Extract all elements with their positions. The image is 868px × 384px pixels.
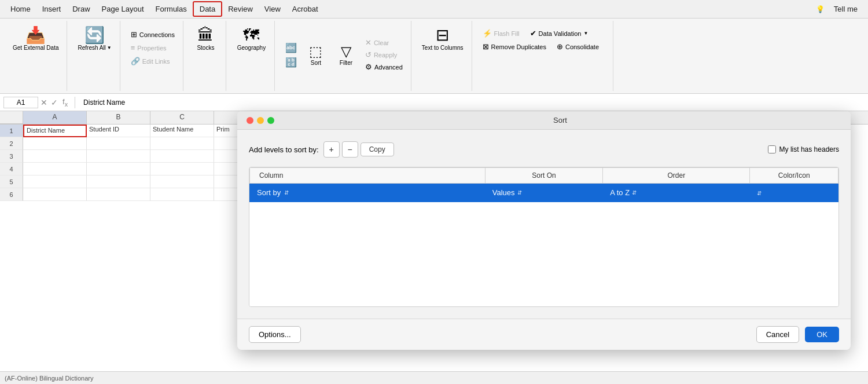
dropdown-arrow-icon: ▼ [583, 31, 588, 36]
clear-button[interactable]: ✕ Clear [362, 37, 406, 48]
row-headers: 1 2 3 4 5 6 [0, 125, 23, 201]
row-header-3[interactable]: 3 [0, 150, 23, 163]
sort-table: Column Sort On Order Color/Icon Sort by [249, 167, 838, 202]
cell-c5[interactable] [150, 175, 214, 188]
sort-table-container: Column Sort On Order Color/Icon Sort by [249, 167, 839, 307]
cell-reference-box[interactable]: A1 [3, 97, 38, 108]
sort-table-body: Sort by ⇵ Values ⇵ [250, 184, 838, 202]
menu-data[interactable]: Data [193, 1, 222, 17]
geography-button[interactable]: 🗺 Geography [234, 23, 269, 53]
sort-header-row: Column Sort On Order Color/Icon [250, 168, 838, 184]
remove-level-button[interactable]: − [342, 141, 358, 158]
edit-links-button[interactable]: 🔗 Edit Links [127, 56, 178, 67]
cell-c3[interactable] [150, 150, 214, 163]
menu-acrobat[interactable]: Acrobat [286, 2, 324, 16]
cell-c6[interactable] [150, 188, 214, 201]
order-header: Order [603, 168, 750, 184]
menu-view[interactable]: View [259, 2, 286, 16]
menu-insert[interactable]: Insert [36, 2, 67, 16]
text-to-columns-button[interactable]: ⊟ Text to Columns [418, 23, 467, 54]
sort-table-header: Column Sort On Order Color/Icon [250, 168, 838, 184]
cell-b1[interactable]: Student ID [87, 125, 150, 137]
dialog-titlebar: Sort [237, 111, 851, 130]
sort-row-column[interactable]: Sort by ⇵ [250, 184, 486, 202]
has-headers-checkbox[interactable] [768, 145, 776, 153]
row-header-6[interactable]: 6 [0, 188, 23, 201]
copy-level-button[interactable]: Copy [361, 142, 394, 156]
cell-a3[interactable] [23, 150, 87, 163]
formula-input[interactable]: District Name [80, 97, 865, 108]
sort-empty-area [249, 202, 838, 306]
remove-duplicates-button[interactable]: ⊠ Remove Duplicates [479, 41, 550, 52]
flash-fill-button[interactable]: ⚡ Flash Fill [479, 28, 523, 39]
traffic-light-red[interactable] [247, 117, 253, 124]
traffic-light-green[interactable] [267, 117, 274, 124]
cell-b5[interactable] [87, 175, 150, 188]
consolidate-button[interactable]: ⊕ Consolidate [553, 41, 602, 52]
reapply-button[interactable]: ↺ Reapply [362, 49, 406, 60]
dialog-container: Sort Add levels to sort by: + − Copy [237, 111, 851, 350]
ok-button[interactable]: OK [805, 327, 839, 342]
cell-a2[interactable] [23, 137, 87, 150]
ribbon-group-external-data: 📥 Get External Data [5, 21, 67, 91]
order-dropdown-icon: ⇵ [632, 189, 637, 196]
menu-review[interactable]: Review [222, 2, 259, 16]
dialog-title: Sort [279, 116, 841, 125]
sort-az-button[interactable]: 🔤 [282, 41, 300, 54]
row-header-1[interactable]: 1 [0, 125, 23, 137]
edit-links-icon: 🔗 [131, 57, 140, 65]
filter-button[interactable]: ▽ Filter [332, 23, 361, 86]
get-external-data-button[interactable]: 📥 Get External Data [9, 23, 62, 54]
col-header-a[interactable]: A [23, 111, 87, 124]
sort-button[interactable]: ⬚ Sort [301, 23, 330, 86]
refresh-all-button[interactable]: 🔄 Refresh All ▼ [74, 23, 115, 53]
menu-draw[interactable]: Draw [67, 2, 95, 16]
sort-by-dropdown-icon: ⇵ [284, 189, 289, 196]
connections-button[interactable]: ⊞ Connections [127, 29, 178, 40]
cell-a6[interactable] [23, 188, 87, 201]
cell-c4[interactable] [150, 163, 214, 175]
stocks-button[interactable]: 🏛 Stocks [192, 23, 219, 53]
col-header-b[interactable]: B [87, 111, 150, 124]
data-validation-button[interactable]: ✔ Data Validation ▼ [527, 28, 592, 39]
column-header: Column [250, 168, 486, 184]
cell-b3[interactable] [87, 150, 150, 163]
sort-za-button[interactable]: 🔡 [282, 56, 300, 69]
menu-formulas[interactable]: Formulas [150, 2, 193, 16]
properties-icon: ≡ [131, 43, 135, 52]
sort-row-1[interactable]: Sort by ⇵ Values ⇵ [250, 184, 838, 202]
row-header-2[interactable]: 2 [0, 137, 23, 150]
cell-a4[interactable] [23, 163, 87, 175]
row-header-5[interactable]: 5 [0, 175, 23, 188]
row-header-4[interactable]: 4 [0, 163, 23, 175]
sort-row-color-icon[interactable]: ⇵ [750, 184, 838, 202]
sort-row-sort-on[interactable]: Values ⇵ [485, 184, 602, 202]
ribbon-group-refresh: 🔄 Refresh All ▼ [69, 21, 120, 91]
advanced-button[interactable]: ⚙ Advanced [362, 61, 406, 72]
tell-me-input[interactable]: Tell me [828, 2, 863, 16]
dropdown-arrow-icon: ▼ [107, 45, 112, 50]
cell-b6[interactable] [87, 188, 150, 201]
add-level-button[interactable]: + [323, 141, 340, 158]
sort-row-order[interactable]: A to Z ⇵ [603, 184, 750, 202]
header-spacer [0, 111, 23, 124]
consolidate-icon: ⊕ [557, 42, 563, 51]
cell-a5[interactable] [23, 175, 87, 188]
data-validation-icon: ✔ [530, 29, 536, 38]
cancel-formula-icon[interactable]: ✕ [41, 98, 47, 107]
cancel-button[interactable]: Cancel [756, 326, 799, 343]
options-button[interactable]: Options... [249, 326, 301, 343]
properties-button[interactable]: ≡ Properties [127, 42, 178, 53]
confirm-formula-icon[interactable]: ✓ [51, 98, 58, 107]
cell-c2[interactable] [150, 137, 214, 150]
cell-a1[interactable]: District Name [23, 125, 87, 137]
traffic-light-yellow[interactable] [257, 117, 264, 124]
cell-b2[interactable] [87, 137, 150, 150]
cell-c1[interactable]: Student Name [150, 125, 214, 137]
menu-home[interactable]: Home [5, 2, 36, 16]
cell-b4[interactable] [87, 163, 150, 175]
col-header-c[interactable]: C [150, 111, 214, 124]
menu-page-layout[interactable]: Page Layout [96, 2, 150, 16]
dialog-footer: Options... Cancel OK [237, 319, 851, 350]
text-columns-icon: ⊟ [436, 25, 449, 45]
